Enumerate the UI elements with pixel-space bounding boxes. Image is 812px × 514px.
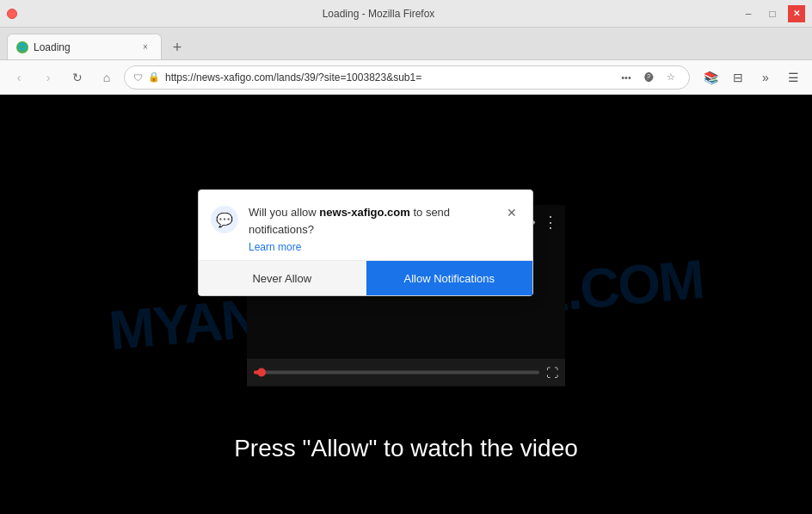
popup-actions: Never Allow Allow Notifications bbox=[199, 260, 532, 295]
lock-icon: 🔒 bbox=[148, 71, 160, 83]
library-button[interactable]: 📚 bbox=[698, 65, 723, 90]
window-title: Loading - Mozilla Firefox bbox=[17, 8, 740, 20]
popup-text: Will you allow news-xafigo.com to send n… bbox=[249, 204, 493, 253]
back-button[interactable]: ‹ bbox=[7, 65, 31, 90]
content-area: MYANTISPYWARE.COM ⌄ ➕ ↪ ⋮ ⏮ ▶ ⏭ bbox=[0, 95, 812, 514]
tab-close-button[interactable]: × bbox=[138, 40, 152, 54]
url-ellipsis-button[interactable]: ••• bbox=[617, 68, 636, 87]
pocket-button[interactable]: 🅟 bbox=[639, 68, 658, 87]
maximize-button[interactable]: □ bbox=[764, 5, 781, 22]
title-bar-left bbox=[7, 9, 17, 19]
press-allow-text: Press "Allow" to watch the video bbox=[234, 435, 578, 462]
video-bottom-bar: ⛶ bbox=[247, 358, 565, 386]
popup-question: Will you allow news-xafigo.com to send n… bbox=[249, 204, 493, 238]
traffic-lights bbox=[7, 9, 17, 19]
popup-question-prefix: Will you allow bbox=[249, 206, 319, 219]
video-progress-bar[interactable] bbox=[254, 370, 539, 374]
url-bar[interactable]: 🛡 🔒 https://news-xafigo.com/lands/39/?si… bbox=[124, 65, 690, 90]
minimize-button[interactable]: – bbox=[740, 5, 757, 22]
shield-icon: 🛡 bbox=[133, 72, 143, 83]
forward-button[interactable]: › bbox=[36, 65, 60, 90]
url-text: https://news-xafigo.com/lands/39/?site=1… bbox=[165, 71, 612, 84]
video-fullscreen-button[interactable]: ⛶ bbox=[546, 365, 558, 379]
menu-button[interactable]: ☰ bbox=[781, 65, 805, 90]
never-allow-button[interactable]: Never Allow bbox=[199, 261, 366, 295]
url-actions: ••• 🅟 ☆ bbox=[617, 68, 680, 87]
popup-header: 💬 Will you allow news-xafigo.com to send… bbox=[199, 190, 532, 260]
popup-close-button[interactable]: ✕ bbox=[503, 204, 520, 221]
close-traffic-light[interactable] bbox=[7, 9, 17, 19]
overflow-button[interactable]: » bbox=[754, 65, 778, 90]
title-bar-controls: – □ ✕ bbox=[740, 5, 805, 22]
address-bar: ‹ › ↻ ⌂ 🛡 🔒 https://news-xafigo.com/land… bbox=[0, 60, 812, 95]
tab-bar: 🌐 Loading × + bbox=[0, 28, 812, 60]
browser-window: Loading - Mozilla Firefox – □ ✕ 🌐 Loadin… bbox=[0, 0, 812, 514]
sidebar-button[interactable]: ⊟ bbox=[726, 65, 750, 90]
popup-site-name: news-xafigo.com bbox=[319, 206, 409, 219]
tab-favicon: 🌐 bbox=[16, 41, 28, 53]
popup-learn-more-link[interactable]: Learn more bbox=[249, 241, 493, 253]
notification-icon: 💬 bbox=[211, 206, 238, 233]
reload-button[interactable]: ↻ bbox=[65, 65, 89, 90]
video-progress-dot bbox=[257, 368, 266, 376]
active-tab[interactable]: 🌐 Loading × bbox=[7, 34, 162, 59]
new-tab-button[interactable]: + bbox=[165, 35, 189, 59]
bookmark-button[interactable]: ☆ bbox=[661, 68, 680, 87]
video-more-button[interactable]: ⋮ bbox=[543, 212, 558, 231]
tab-title: Loading bbox=[34, 41, 133, 53]
window-close-button[interactable]: ✕ bbox=[788, 5, 805, 22]
toolbar-actions: 📚 ⊟ » ☰ bbox=[698, 65, 805, 90]
title-bar: Loading - Mozilla Firefox – □ ✕ bbox=[0, 0, 812, 28]
notification-popup: 💬 Will you allow news-xafigo.com to send… bbox=[198, 189, 533, 296]
allow-notifications-button[interactable]: Allow Notifications bbox=[366, 261, 533, 295]
home-button[interactable]: ⌂ bbox=[95, 65, 119, 90]
